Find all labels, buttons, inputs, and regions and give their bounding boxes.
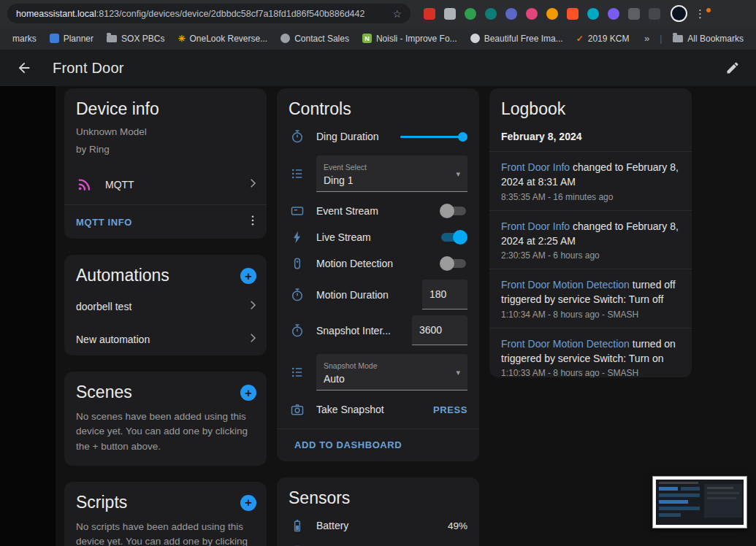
slider-knob[interactable]: [458, 132, 467, 142]
bookmark-item[interactable]: ✓2019 KCM: [570, 31, 636, 46]
list-icon: [289, 365, 306, 380]
add-script-button[interactable]: +: [240, 495, 256, 511]
mqtt-info-button[interactable]: MQTT INFO: [76, 217, 132, 228]
event-stream-toggle[interactable]: [440, 204, 467, 218]
sensor-row-ding[interactable]: Ding Clear: [277, 539, 479, 546]
bookmark-item[interactable]: ✳OneLook Reverse...: [171, 31, 274, 46]
chevron-right-icon: [246, 299, 259, 314]
select-value: Ding 1: [324, 174, 460, 186]
main-content: Device info Unknown Model by Ring MQTT: [0, 86, 756, 546]
event-select-dropdown[interactable]: Event Select Ding 1 ▾: [316, 155, 467, 192]
logbook-entry-time: 8:35:35 AM - 16 minutes ago: [501, 192, 680, 202]
automation-item[interactable]: doorbell test: [64, 290, 267, 323]
extension-icon-violet[interactable]: [608, 8, 619, 20]
bookmark-item[interactable]: SOX PBCs: [100, 31, 171, 46]
edit-pencil-icon[interactable]: [725, 61, 740, 75]
control-row-event-select: Event Select Ding 1 ▾: [277, 150, 479, 198]
automation-item[interactable]: New automation: [64, 323, 267, 355]
logbook-entry-time: 1:10:33 AM - 8 hours ago - SMASH: [501, 368, 680, 377]
integration-name: MQTT: [105, 179, 236, 191]
scripts-card: Scripts + No scripts have been added usi…: [64, 482, 267, 546]
overflow-menu-icon[interactable]: [246, 214, 259, 230]
scripts-empty-text: No scripts have been added using this de…: [64, 517, 267, 546]
scenes-title: Scenes: [64, 372, 144, 407]
motion-detection-toggle[interactable]: [440, 256, 467, 271]
camera-icon: [289, 402, 306, 417]
chevron-right-icon: [246, 177, 259, 193]
extension-icon-darkgray[interactable]: [628, 8, 640, 20]
control-row-take-snapshot: Take Snapshot PRESS: [277, 396, 479, 423]
controls-card: Controls Ding Duration Event Sele: [277, 88, 479, 461]
extensions-row: [424, 8, 660, 20]
extension-icon-amber[interactable]: [546, 8, 558, 20]
control-label: Event Stream: [316, 205, 429, 217]
logbook-entity-link[interactable]: Front Door Info: [501, 161, 570, 173]
device-model: Unknown Model: [64, 123, 267, 141]
control-label: Live Stream: [316, 231, 429, 243]
logbook-entity-link[interactable]: Front Door Info: [501, 220, 570, 232]
sensor-row-battery[interactable]: Battery 49%: [277, 512, 479, 539]
logbook-entity-link[interactable]: Front Door Motion Detection: [501, 279, 630, 291]
page-title: Front Door: [53, 60, 124, 77]
extension-icon-green[interactable]: [465, 8, 476, 20]
extension-icon-teal[interactable]: [485, 8, 497, 20]
bookmark-item[interactable]: Contact Sales: [274, 31, 356, 46]
browser-menu-icon[interactable]: ⋮: [695, 8, 706, 19]
chevron-down-icon: ▾: [456, 367, 460, 377]
address-bar[interactable]: homeassistant.local:8123/config/devices/…: [7, 4, 411, 23]
snapshot-mode-dropdown[interactable]: Snapshot Mode Auto ▾: [316, 354, 467, 391]
bookmark-star-icon[interactable]: ☆: [386, 8, 402, 20]
integration-row-mqtt[interactable]: MQTT: [64, 165, 267, 204]
all-bookmarks-button[interactable]: All Bookmarks: [666, 31, 750, 46]
control-row-motion-duration: Motion Duration 180: [277, 277, 479, 312]
automations-title: Automations: [64, 255, 181, 290]
add-automation-button[interactable]: +: [240, 268, 256, 284]
logbook-title: Logbook: [489, 88, 692, 123]
motion-duration-input[interactable]: 180: [422, 280, 467, 309]
logbook-date: February 8, 2024: [489, 123, 692, 151]
screen-preview-image: [656, 480, 744, 525]
back-arrow-icon[interactable]: [16, 60, 32, 76]
bookmark-label: Contact Sales: [294, 34, 349, 44]
control-label: Snapshot Inter...: [316, 325, 402, 337]
add-scene-button[interactable]: +: [240, 385, 256, 401]
bookmark-label: 2019 KCM: [588, 34, 630, 44]
list-icon: [289, 166, 306, 181]
folder-icon: [673, 35, 683, 42]
extension-icon-cyan[interactable]: [587, 8, 599, 20]
stream-icon: [289, 204, 306, 218]
extension-icon-orange[interactable]: [567, 8, 579, 20]
extension-icon-indigo[interactable]: [505, 8, 517, 20]
automations-card: Automations + doorbell test New automati…: [64, 255, 267, 355]
select-value: Auto: [324, 373, 460, 385]
bookmark-label: Noisli - Improve Fo...: [376, 34, 457, 44]
extension-icon-red[interactable]: [424, 8, 435, 20]
bookmark-favicon: ✳: [177, 34, 185, 43]
bookmark-item[interactable]: marks: [6, 31, 43, 46]
add-to-dashboard-button[interactable]: ADD TO DASHBOARD: [277, 428, 479, 461]
control-row-motion-detection: Motion Detection: [277, 250, 479, 277]
sensor-value: 49%: [448, 520, 467, 531]
screen-preview-thumbnail[interactable]: [652, 476, 747, 528]
chevron-right-icon: [246, 331, 259, 347]
select-field-label: Event Select: [324, 163, 367, 172]
bookmarks-overflow-chevron-icon[interactable]: »: [638, 33, 655, 44]
profile-avatar[interactable]: [671, 5, 687, 22]
extension-icon-gray[interactable]: [444, 8, 456, 20]
extension-icon-slate[interactable]: [649, 8, 660, 20]
timer-icon: [289, 288, 306, 302]
left-rail: [0, 86, 56, 546]
logbook-entity-link[interactable]: Front Door Motion Detection: [501, 338, 630, 350]
ha-header: Front Door: [0, 50, 756, 86]
extension-icon-pink[interactable]: [526, 8, 538, 20]
bookmark-item[interactable]: Planner: [43, 31, 100, 46]
bookmark-item[interactable]: Beautiful Free Ima...: [464, 31, 570, 46]
ding-duration-slider[interactable]: [400, 131, 467, 142]
bookmark-label: marks: [12, 34, 37, 44]
snapshot-interval-input[interactable]: 3600: [412, 315, 467, 345]
live-stream-toggle[interactable]: [440, 230, 467, 245]
device-info-card: Device info Unknown Model by Ring MQTT: [64, 88, 267, 239]
bookmark-item[interactable]: NNoisli - Improve Fo...: [356, 31, 464, 46]
bookmarks-bar: marksPlannerSOX PBCs✳OneLook Reverse...C…: [0, 27, 756, 50]
press-button[interactable]: PRESS: [433, 404, 467, 415]
